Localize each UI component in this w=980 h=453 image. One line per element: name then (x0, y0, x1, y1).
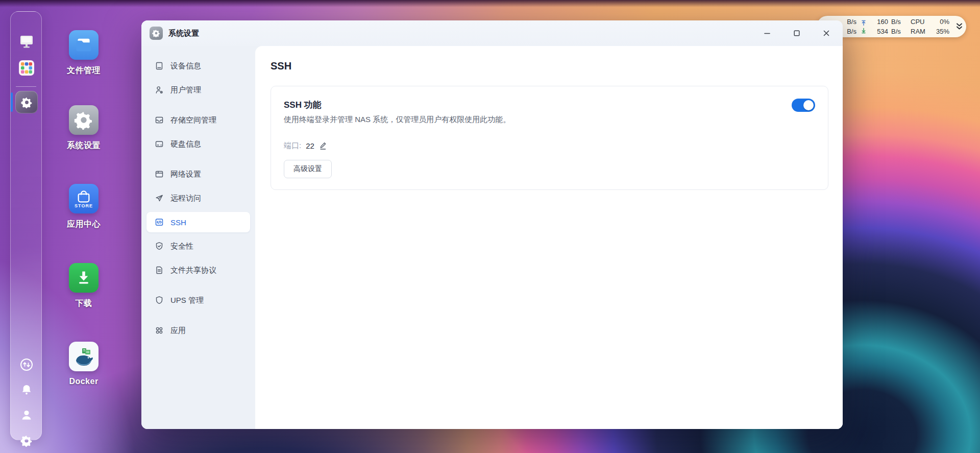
close-button[interactable] (817, 24, 836, 42)
taskbar-item-desktop[interactable] (11, 34, 42, 50)
nav-item-disk-info[interactable]: 硬盘信息 (146, 134, 250, 154)
shortcut-label: Docker (55, 377, 112, 386)
store-badge: STORE (75, 203, 93, 208)
taskbar-item-transfer[interactable] (11, 357, 42, 372)
taskbar (10, 11, 42, 440)
shortcut-label: 应用中心 (55, 219, 112, 230)
nav-item-device-info[interactable]: 设备信息 (146, 56, 250, 76)
nav-item-storage-management[interactable]: 存储空间管理 (146, 110, 250, 130)
download-arrow-icon (74, 268, 94, 288)
taskbar-item-user[interactable] (11, 408, 42, 422)
screen: 文件管理 系统设置 STORE 应用中心 下载 (0, 0, 980, 453)
port-value: 22 (306, 141, 314, 150)
shortcut-label: 文件管理 (55, 65, 112, 76)
taskbar-item-settings[interactable] (11, 97, 42, 108)
transfer-arrows-icon (19, 357, 34, 372)
nav-item-security[interactable]: 安全性 (146, 236, 250, 256)
shortcut-system-settings[interactable]: 系统设置 (55, 105, 112, 151)
taskbar-item-apps[interactable] (11, 60, 42, 76)
shortcut-label: 下载 (55, 298, 112, 309)
toggle-knob (803, 100, 814, 110)
nav-label: 设备信息 (170, 61, 201, 71)
app-grid-icon (18, 60, 35, 76)
store-bag-icon (75, 189, 92, 204)
shortcut-file-manager[interactable]: 文件管理 (55, 30, 112, 76)
shortcut-download[interactable]: 下载 (55, 263, 112, 309)
preferences-gear-icon (20, 435, 33, 447)
shield-icon (155, 296, 164, 305)
notifications-bell-icon (19, 383, 34, 397)
advanced-settings-button[interactable]: 高级设置 (284, 160, 332, 178)
maximize-button[interactable] (788, 24, 806, 42)
nav-item-network-settings[interactable]: 网络设置 (146, 164, 250, 184)
edit-port-icon[interactable] (319, 141, 328, 150)
system-settings-window: 系统设置 设备信息 用户管理 (141, 20, 843, 429)
nav-item-ssh[interactable]: SSH (146, 212, 250, 232)
document-icon (155, 266, 164, 275)
device-icon (155, 61, 164, 70)
port-label: 端口: (284, 141, 301, 151)
window-title: 系统设置 (168, 29, 199, 38)
user-icon (19, 408, 34, 422)
page-title: SSH (271, 58, 828, 74)
storage-icon (155, 115, 164, 125)
shortcut-label: 系统设置 (55, 140, 112, 151)
paper-plane-icon (155, 194, 164, 203)
minimize-icon (764, 30, 771, 37)
terminal-code-icon (155, 218, 164, 227)
taskbar-item-preferences[interactable] (11, 435, 42, 447)
nav-label: 用户管理 (170, 85, 201, 95)
shortcut-docker[interactable]: Docker (55, 342, 112, 386)
ssh-toggle[interactable] (792, 99, 815, 112)
nav-label: SSH (170, 218, 186, 227)
status-truncated-units: B/sB/s (843, 17, 856, 36)
nav-label: 网络设置 (170, 170, 201, 179)
ssh-card: SSH 功能 使用终端登录并管理 NAS 系统，仅管理员用户有权限使用此功能。 … (271, 86, 828, 190)
nav-item-applications[interactable]: 应用 (146, 320, 250, 341)
nav-label: 安全性 (170, 242, 193, 251)
ssh-feature-title: SSH 功能 (284, 99, 815, 112)
taskbar-item-notifications[interactable] (11, 383, 42, 397)
gear-icon (74, 110, 93, 130)
cpu-ram-labels: CPURAM (911, 17, 929, 36)
nav-item-remote-access[interactable]: 远程访问 (146, 188, 250, 208)
upload-arrow-icon (861, 20, 867, 26)
cpu-ram-values: 0%35% (931, 17, 949, 36)
shield-check-icon (155, 242, 164, 251)
window-titlebar[interactable]: 系统设置 (141, 20, 843, 46)
folder-icon (73, 35, 94, 55)
network-speed-units: B/sB/s (891, 17, 904, 36)
network-window-icon (155, 170, 164, 179)
nav-item-user-management[interactable]: 用户管理 (146, 80, 250, 100)
settings-nav: 设备信息 用户管理 存储空间管理 硬盘信息 网络设置 (141, 46, 255, 429)
nav-label: 应用 (170, 326, 186, 336)
taskbar-divider (16, 86, 36, 87)
download-arrow-icon (861, 28, 867, 34)
nav-label: 文件共享协议 (170, 266, 216, 275)
status-expand-chevron-icon[interactable] (955, 22, 963, 31)
nav-item-file-sharing[interactable]: 文件共享协议 (146, 260, 250, 280)
minimize-button[interactable] (758, 24, 776, 42)
docker-whale-icon (72, 345, 95, 368)
nav-label: 硬盘信息 (170, 139, 201, 149)
close-icon (823, 30, 830, 37)
maximize-icon (793, 30, 800, 37)
apps-grid-icon (155, 326, 164, 335)
ssh-feature-description: 使用终端登录并管理 NAS 系统，仅管理员用户有权限使用此功能。 (284, 114, 815, 125)
hard-drive-icon (155, 139, 164, 149)
settings-gear-icon (21, 97, 33, 108)
user-gear-icon (155, 85, 164, 94)
window-app-gear-icon (150, 27, 163, 40)
nav-label: 远程访问 (170, 194, 201, 203)
shortcut-app-center[interactable]: STORE 应用中心 (55, 184, 112, 230)
nav-label: UPS 管理 (170, 296, 204, 305)
network-speed-values: 160534 (871, 17, 888, 36)
settings-content: SSH SSH 功能 使用终端登录并管理 NAS 系统，仅管理员用户有权限使用此… (255, 46, 843, 429)
desktop-monitor-icon (18, 34, 35, 50)
nav-label: 存储空间管理 (170, 115, 216, 125)
nav-item-ups-management[interactable]: UPS 管理 (146, 290, 250, 311)
